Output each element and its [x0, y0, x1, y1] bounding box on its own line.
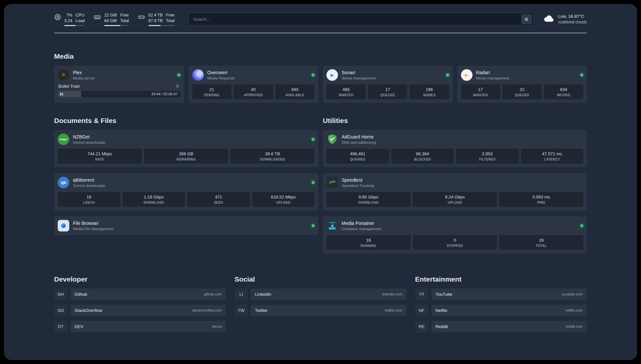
- app-card-speedtest[interactable]: Speedtest Speedtest Tracking 9.65 Gbps D…: [323, 173, 587, 210]
- stat-label: WANTED: [462, 93, 499, 97]
- radarr-icon: ▶: [461, 69, 473, 81]
- bookmark-abbr: TW: [234, 305, 248, 316]
- bookmark-youtube[interactable]: YT YouTube youtube.com: [415, 288, 587, 300]
- app-name: NZBGet: [73, 134, 106, 139]
- section-media: Media > Plex Media server Bullet Tr: [54, 52, 587, 103]
- stat-block: 16 RUNNING: [326, 235, 411, 250]
- stat-block: 16 LEECH: [58, 192, 120, 207]
- bookmark-link[interactable]: YouTube youtube.com: [431, 288, 587, 300]
- app-card-nzbget[interactable]: nzbget NZBGet Usenet downloader 744.21 M…: [54, 130, 318, 167]
- stat-block: 86,384 BLOCKED: [391, 149, 454, 164]
- stat-value: 86,384: [393, 151, 453, 156]
- qbittorrent-icon: qb: [58, 177, 69, 188]
- stat-label: DOWNLOADED: [232, 158, 313, 161]
- stat-value: 834: [545, 87, 582, 92]
- stat-label: STOPPED: [414, 244, 496, 248]
- nzbget-icon: nzbget: [58, 134, 69, 145]
- cpu-load: 3.24: [64, 18, 72, 24]
- app-desc: Usenet downloader: [73, 140, 106, 144]
- app-name: Media Portainer: [342, 221, 381, 226]
- pause-icon[interactable]: [60, 93, 63, 96]
- stat-value: 21: [194, 87, 230, 92]
- app-name: File Browser: [73, 221, 113, 226]
- stat-value: 9.65 Gbps: [328, 195, 409, 199]
- memory-stats: 22 GiB 64 GiB Free Total: [104, 13, 129, 26]
- search-bar[interactable]: G: [189, 13, 534, 25]
- bookmark-abbr: YT: [415, 288, 428, 300]
- stat-label: LEECH: [59, 201, 119, 204]
- bookmark-netflix[interactable]: NF Netflix netflix.com: [415, 305, 587, 316]
- stat-label: REMAINING: [145, 158, 227, 161]
- bookmark-name: Reddit: [436, 324, 448, 329]
- bookmark-github[interactable]: GH Github github.com: [54, 288, 226, 300]
- section-title-media: Media: [54, 52, 587, 60]
- search-input[interactable]: [193, 17, 521, 22]
- section-title-developer: Developer: [54, 275, 226, 283]
- bookmark-stackoverflow[interactable]: SO StackOverflow stackoverflow.com: [54, 305, 226, 316]
- bookmark-link[interactable]: Reddit reddit.com: [431, 321, 587, 332]
- stat-value: 0: [414, 238, 496, 243]
- stat-value: 2,953: [457, 151, 517, 156]
- playback-progress-bar[interactable]: 24:44 / 02:06:47: [58, 91, 180, 97]
- bookmark-link[interactable]: Github github.com: [70, 288, 226, 300]
- memory-free-label: Free: [120, 13, 129, 18]
- disk-widget: 52.4 TB 97.9 TB Free Total: [137, 13, 175, 26]
- app-card-qbittorrent[interactable]: qb qBittorrent Torrent downloader 16 LEE…: [54, 173, 318, 210]
- stat-label: PING: [501, 201, 582, 204]
- stat-value: 266 GB: [145, 151, 227, 156]
- section-documents: Documents & Files nzbget NZBGet Usenet d…: [54, 117, 318, 235]
- stat-label: SERIES: [411, 93, 447, 97]
- app-desc: Torrent downloader: [73, 184, 105, 188]
- search-provider-button[interactable]: G: [521, 14, 532, 24]
- disk-usage-bar: [148, 25, 175, 26]
- disk-icon: [137, 14, 145, 21]
- disk-total: 97.9 TB: [148, 18, 163, 24]
- app-card-radarr[interactable]: ▶ Radarr Movie management 17 WANTED: [457, 66, 587, 103]
- bookmark-abbr: RE: [415, 321, 428, 332]
- stat-label: FILTERED: [457, 158, 517, 161]
- app-desc: Series management: [342, 76, 376, 80]
- stat-label: QUEUED: [504, 93, 540, 97]
- cpu-percent: 7%: [66, 13, 72, 18]
- bookmark-twitter[interactable]: TW Twitter twitter.com: [234, 305, 406, 316]
- gear-icon[interactable]: [175, 84, 180, 88]
- app-name: Sonarr: [342, 70, 376, 75]
- portainer-crane-icon: [326, 220, 338, 231]
- bookmark-link[interactable]: StackOverflow stackoverflow.com: [70, 305, 226, 316]
- stat-value: 498,461: [328, 151, 388, 156]
- app-card-portainer[interactable]: Media Portainer Container management 16 …: [323, 216, 587, 254]
- app-card-overseerr[interactable]: Overseerr Media Requests 21 PENDING 40 A…: [189, 66, 319, 103]
- section-title-utilities: Utilities: [323, 117, 587, 125]
- memory-widget: 22 GiB 64 GiB Free Total: [93, 13, 129, 26]
- stat-label: AVAILABLE: [277, 93, 313, 97]
- stat-value: 22: [504, 87, 540, 92]
- bookmark-domain: dev.to: [212, 324, 222, 328]
- bookmark-link[interactable]: Twitter twitter.com: [251, 305, 406, 316]
- bookmark-link[interactable]: DEV dev.to: [70, 321, 226, 332]
- bookmark-dev[interactable]: DT DEV dev.to: [54, 321, 226, 332]
- memory-total-label: Total: [120, 18, 129, 24]
- app-name: Speedtest: [342, 177, 374, 183]
- stat-label: QUERIES: [328, 158, 388, 161]
- bookmark-domain: youtube.com: [562, 292, 583, 296]
- app-card-sonarr[interactable]: ▶ Sonarr Series management 485 WANTED: [323, 66, 453, 103]
- adguard-shield-icon: [326, 134, 338, 145]
- stat-block: 9.65 Gbps DOWNLOAD: [326, 192, 411, 207]
- app-card-adguard[interactable]: AdGuard Home DNS and adblocking 498,461 …: [323, 130, 587, 167]
- bookmark-reddit[interactable]: RE Reddit reddit.com: [415, 321, 587, 332]
- status-indicator: [312, 181, 315, 184]
- status-indicator: [580, 224, 583, 227]
- app-name: qBittorrent: [73, 177, 105, 183]
- stat-label: LATENCY: [522, 158, 582, 161]
- bookmark-abbr: DT: [54, 321, 67, 332]
- bookmark-link[interactable]: Netflix netflix.com: [431, 305, 587, 316]
- topbar: 7% 3.24 CPU Load: [54, 13, 587, 26]
- playback-time: 24:44 / 02:06:47: [151, 92, 180, 96]
- weather-widget: Lviv, 16.87°C scattered clouds: [543, 14, 587, 24]
- stat-block: 17 QUEUED: [368, 84, 407, 99]
- app-card-filebrowser[interactable]: File Browser Media File Management: [54, 216, 318, 235]
- app-desc: Media File Management: [73, 227, 113, 231]
- bookmark-link[interactable]: LinkedIn linkedin.com: [251, 288, 406, 300]
- bookmark-linkedin[interactable]: LI LinkedIn linkedin.com: [234, 288, 406, 300]
- app-card-plex[interactable]: > Plex Media server Bullet Train: [54, 66, 184, 103]
